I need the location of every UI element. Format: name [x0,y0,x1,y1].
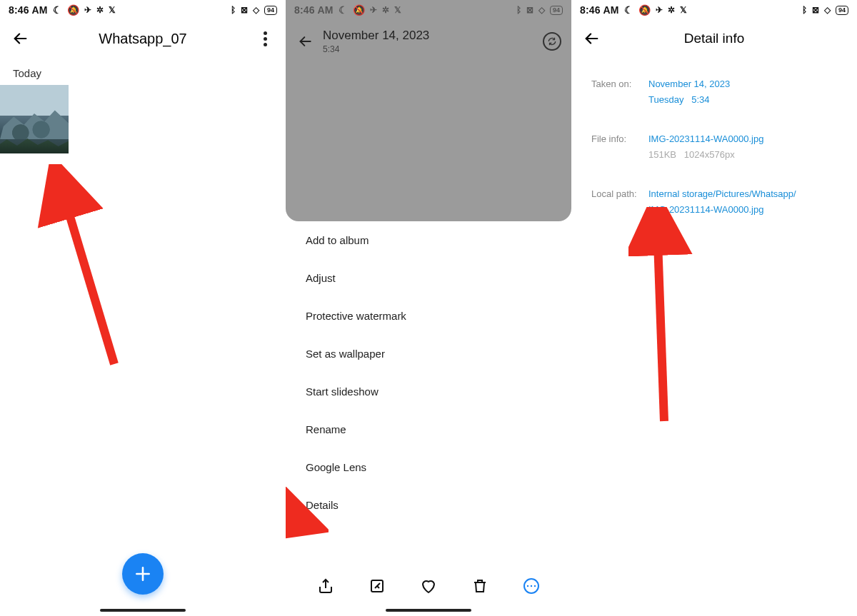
moon-icon: ☾ [624,5,633,15]
moon-icon: ☾ [53,5,62,15]
home-indicator[interactable] [386,609,471,612]
menu-rename[interactable]: Rename [286,410,571,448]
menu-google-lens[interactable]: Google Lens [286,448,571,486]
back-button[interactable] [10,28,31,49]
bluetooth-icon: ᛒ [231,6,236,14]
menu-adjust[interactable]: Adjust [286,259,571,297]
share-button[interactable] [311,572,340,600]
detail-local-path: Local path: Internal storage/Pictures/Wh… [591,187,837,216]
svg-line-10 [657,221,664,421]
nosim-icon: ⊠ [241,6,248,14]
local-path-label: Local path: [591,187,648,216]
svg-line-1 [61,186,114,364]
annotation-arrow [628,207,700,428]
fan-icon: ✲ [668,6,675,14]
svg-point-4 [527,585,528,587]
x-icon: 𝕏 [109,6,116,14]
detail-list: Taken on: November 14, 2023 Tuesday 5:34… [571,57,857,216]
menu-watermark[interactable]: Protective watermark [286,297,571,335]
detail-title: Detail info [603,31,826,46]
menu-details[interactable]: Details [286,486,571,524]
status-bar: 8:46 AM ☾ 🔕 ✈ ✲ 𝕏 ᛒ ⊠ ◇ 94 [286,0,571,20]
battery-icon: 94 [264,6,277,15]
bluetooth-icon: ᛒ [802,6,807,14]
bluetooth-icon: ᛒ [516,6,521,14]
file-name[interactable]: IMG-20231114-WA0000.jpg [648,132,763,146]
status-time: 8:46 AM [9,4,48,16]
viewer-toolbar [286,572,571,600]
battery-icon: 94 [836,6,848,15]
taken-on-label: Taken on: [591,77,648,106]
moon-icon: ☾ [339,5,348,15]
status-bar: 8:46 AM ☾ 🔕 ✈ ✲ 𝕏 ᛒ ⊠ ◇ 94 [0,0,286,20]
album-header: Whatsapp_07 [0,20,286,57]
edit-button[interactable] [363,572,391,600]
viewer-header: November 14, 2023 5:34 [286,20,571,54]
photo-time: 5:34 [323,44,536,54]
file-info-label: File info: [591,132,648,161]
more-button[interactable] [254,31,276,46]
x-icon: 𝕏 [680,6,687,14]
svg-point-6 [534,585,536,587]
telegram-icon: ✈ [84,6,91,14]
back-button[interactable] [296,31,316,51]
menu-slideshow[interactable]: Start slideshow [286,373,571,410]
photo-thumbnail[interactable] [0,85,69,153]
file-meta: 151KB 1024x576px [648,148,763,162]
detail-header: Detail info [571,20,857,57]
local-path-value[interactable]: Internal storage/Pictures/Whatsapp/ [648,187,796,201]
annotation-arrow [29,164,143,371]
wifi-icon: ◇ [538,6,545,14]
wifi-icon: ◇ [824,6,831,14]
svg-point-5 [531,585,532,587]
fan-icon: ✲ [382,6,389,14]
taken-on-daytime: Tuesday 5:34 [648,93,730,107]
panel-gallery-album: 8:46 AM ☾ 🔕 ✈ ✲ 𝕏 ᛒ ⊠ ◇ 94 Whatsapp_07 T… [0,0,286,616]
photo-viewer-backdrop: 8:46 AM ☾ 🔕 ✈ ✲ 𝕏 ᛒ ⊠ ◇ 94 November 14, … [286,0,571,221]
dnd-icon: 🔕 [353,5,365,15]
album-title: Whatsapp_07 [37,31,249,47]
telegram-icon: ✈ [370,6,377,14]
panel-detail-info: 8:46 AM ☾ 🔕 ✈ ✲ 𝕏 ᛒ ⊠ ◇ 94 Detail info T… [571,0,857,616]
nosim-icon: ⊠ [812,6,819,14]
status-bar: 8:46 AM ☾ 🔕 ✈ ✲ 𝕏 ᛒ ⊠ ◇ 94 [571,0,857,20]
wifi-icon: ◇ [253,6,259,14]
favorite-button[interactable] [414,572,443,600]
status-time: 8:46 AM [580,4,619,16]
fan-icon: ✲ [96,6,104,14]
back-button[interactable] [581,31,603,46]
panel-photo-viewer: 8:46 AM ☾ 🔕 ✈ ✲ 𝕏 ᛒ ⊠ ◇ 94 November 14, … [286,0,571,616]
taken-on-date[interactable]: November 14, 2023 [648,77,730,91]
dnd-icon: 🔕 [638,5,651,15]
battery-icon: 94 [550,6,563,15]
local-path-value-2[interactable]: IMG-20231114-WA0000.jpg [648,203,796,217]
photo-date: November 14, 2023 [323,29,536,43]
date-section-label: Today [0,57,286,85]
telegram-icon: ✈ [656,6,663,14]
more-options-button[interactable] [517,572,546,600]
x-icon: 𝕏 [394,6,401,14]
nosim-icon: ⊠ [526,6,533,14]
add-button[interactable] [122,553,164,595]
sync-icon[interactable] [543,32,561,51]
menu-add-to-album[interactable]: Add to album [286,221,571,259]
detail-taken-on: Taken on: November 14, 2023 Tuesday 5:34 [591,77,837,106]
menu-set-wallpaper[interactable]: Set as wallpaper [286,335,571,373]
detail-file-info: File info: IMG-20231114-WA0000.jpg 151KB… [591,132,837,161]
delete-button[interactable] [466,572,494,600]
options-sheet: Add to album Adjust Protective watermark… [286,221,571,557]
status-time: 8:46 AM [294,4,334,16]
home-indicator[interactable] [100,609,186,612]
dnd-icon: 🔕 [67,5,79,15]
